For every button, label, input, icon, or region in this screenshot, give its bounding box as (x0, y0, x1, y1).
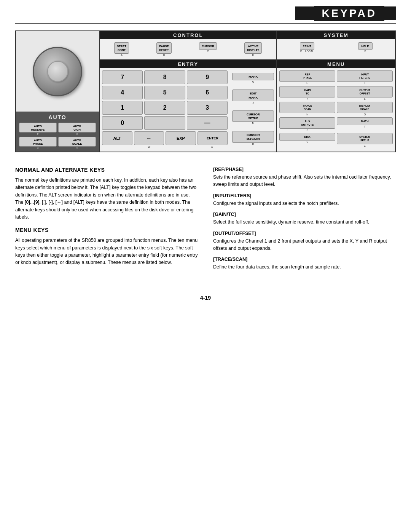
gain-tc-title: [GAIN/TC] (213, 212, 396, 217)
page-header: KEYPAD (0, 0, 411, 23)
knob-outer[interactable] (33, 47, 82, 96)
col-c: C (199, 50, 217, 53)
input-filters-body: Configures the signal inputs and selects… (213, 200, 396, 207)
cursor-maxmin-group: CURSORMAX/MIN R (232, 131, 274, 145)
math-btn[interactable]: MATH (337, 117, 393, 125)
pause-reset-btn[interactable]: PAUSERESET (156, 42, 171, 54)
control-buttons: STARTCONT A PAUSERESET B CURSOR C ACTIVE… (100, 39, 276, 59)
start-cont-btn[interactable]: STARTCONT (114, 42, 129, 54)
pause-reset-group: PAUSERESET B (156, 42, 171, 56)
output-offset-btn[interactable]: OUTPUTOFFSET (337, 86, 393, 97)
col-d: D (244, 54, 262, 56)
auto-gain-btn[interactable]: AUTOGAIN Q (58, 123, 96, 135)
knob-inner (47, 61, 68, 82)
enter-key[interactable]: ENTER (198, 131, 228, 145)
page-footer: 4-19 (0, 287, 411, 308)
system-section: SYSTEM PRINT E LOCAL HELP F (277, 31, 395, 59)
bottom-row: ENTRY 7 8 9 4 5 6 1 2 3 (100, 60, 395, 152)
cursor-btn[interactable]: CURSOR (199, 42, 217, 50)
disk-group: DISK Y (279, 133, 335, 147)
display-scale-group: DISPLAYSCALE O (337, 102, 393, 116)
cursor-setup-btn[interactable]: CURSORSETUP (232, 110, 274, 122)
entry-header: ENTRY (100, 60, 276, 68)
trace-scan-group: TRACESCAN N (279, 102, 335, 116)
page-title: KEYPAD (314, 6, 384, 21)
cursor-group: CURSOR C (199, 42, 217, 53)
trace-scan-body: Define the four data traces, the scan le… (213, 264, 396, 271)
back-key[interactable]: ← (134, 131, 164, 145)
key-dot[interactable] (144, 116, 185, 130)
aux-outputs-btn[interactable]: AUXOUTPUTS (279, 117, 335, 129)
active-display-group: ACTIVEDISPLAY D (244, 42, 262, 56)
header-divider (15, 23, 396, 24)
trace-scan-title: [TRACE/SCAN] (213, 257, 396, 262)
help-btn[interactable]: HELP (358, 42, 373, 50)
menu-section: MENU REFPHASE H INPUTFILTERS I GAINTC K (277, 60, 395, 152)
exp-key[interactable]: EXP (166, 131, 196, 145)
trace-scan-section: [TRACE/SCAN] Define the four data traces… (213, 257, 396, 271)
key-6[interactable]: 6 (187, 86, 228, 99)
active-display-btn[interactable]: ACTIVEDISPLAY (244, 42, 262, 54)
ref-phase-title: [REF/PHASE] (213, 167, 396, 172)
trace-scan-btn[interactable]: TRACESCAN (279, 102, 335, 113)
entry-section: ENTRY 7 8 9 4 5 6 1 2 3 (100, 60, 277, 152)
col-a: A (114, 54, 129, 56)
menu-keys-title: Menu Keys (15, 227, 198, 233)
output-offset-section: [OUTPUT/OFFSET] Configures the Channel 1… (213, 231, 396, 252)
key-9[interactable]: 9 (187, 70, 228, 84)
key-4[interactable]: 4 (102, 86, 143, 99)
key-1[interactable]: 1 (102, 101, 143, 115)
alt-key[interactable]: ALT (102, 131, 132, 145)
input-filters-section: [INPUT/FILTERS] Configures the signal in… (213, 193, 396, 207)
auto-section: AUTO AUTORESERVE P AUTOGAIN Q AUTOPHASE … (16, 112, 99, 152)
disk-btn[interactable]: DISK (279, 133, 335, 141)
key-0[interactable]: 0 (102, 116, 143, 130)
cursor-setup-group: CURSORSETUP M (232, 110, 274, 125)
system-setup-btn[interactable]: SYSTEMSETUP (337, 133, 393, 144)
col-e: E LOCAL (300, 50, 314, 53)
left-panel: AUTO AUTORESERVE P AUTOGAIN Q AUTOPHASE … (16, 31, 100, 152)
key-3[interactable]: 3 (187, 101, 228, 115)
auto-phase-btn[interactable]: AUTOPHASE U (19, 137, 57, 149)
math-group: MATH T (337, 117, 393, 131)
key-2[interactable]: 2 (144, 101, 185, 115)
gain-tc-group: GAINTC K (279, 86, 335, 100)
input-filters-group: INPUTFILTERS I (337, 70, 393, 85)
normal-alt-keys-body: The normal key definitions are printed o… (15, 177, 198, 221)
gain-tc-body: Select the full scale sensitivity, dynam… (213, 219, 396, 226)
edit-mark-btn[interactable]: EDITMARK (232, 89, 274, 101)
input-filters-title: [INPUT/FILTERS] (213, 193, 396, 198)
ref-phase-section: [REF/PHASE] Sets the reference source an… (213, 167, 396, 189)
output-offset-body: Configures the Channel 1 and 2 front pan… (213, 238, 396, 252)
normal-alt-keys-title: NORMAL AND ALTERNATE KEYS (15, 167, 198, 173)
input-filters-btn[interactable]: INPUTFILTERS (337, 70, 393, 82)
ref-phase-group: REFPHASE H (279, 70, 335, 85)
keypad-diagram: AUTO AUTORESERVE P AUTOGAIN Q AUTOPHASE … (15, 30, 396, 152)
system-buttons: PRINT E LOCAL HELP F (277, 39, 395, 56)
key-minus[interactable]: — (187, 116, 228, 130)
mark-group: MARK G (232, 73, 274, 83)
key-7[interactable]: 7 (102, 70, 143, 84)
auto-scale-btn[interactable]: AUTOSCALE V (58, 137, 96, 149)
mark-btn[interactable]: MARK (232, 73, 274, 80)
menu-header: MENU (277, 60, 395, 68)
key-5[interactable]: 5 (144, 86, 185, 99)
col-f: F (358, 50, 373, 53)
menu-keys-body: All operating parameters of the SR850 ar… (15, 237, 198, 267)
print-group: PRINT E LOCAL (300, 42, 314, 53)
cursor-maxmin-btn[interactable]: CURSORMAX/MIN (232, 131, 274, 143)
content-area: NORMAL AND ALTERNATE KEYS The normal key… (0, 159, 411, 283)
auto-reserve-btn[interactable]: AUTORESERVE P (19, 123, 57, 135)
auto-label: AUTO (19, 114, 96, 120)
key-8[interactable]: 8 (144, 70, 185, 84)
print-btn[interactable]: PRINT (300, 42, 314, 50)
page-number: 4-19 (200, 295, 211, 301)
ref-phase-btn[interactable]: REFPHASE (279, 70, 335, 82)
gain-tc-btn[interactable]: GAINTC (279, 86, 335, 97)
menu-buttons: REFPHASE H INPUTFILTERS I GAINTC K OUTPU… (277, 68, 395, 150)
title-accent-left (295, 6, 314, 20)
display-scale-btn[interactable]: DISPLAYSCALE (337, 102, 393, 113)
right-text: [REF/PHASE] Sets the reference source an… (213, 167, 396, 276)
col-b: B (156, 54, 171, 56)
output-offset-title: [OUTPUT/OFFSET] (213, 231, 396, 236)
